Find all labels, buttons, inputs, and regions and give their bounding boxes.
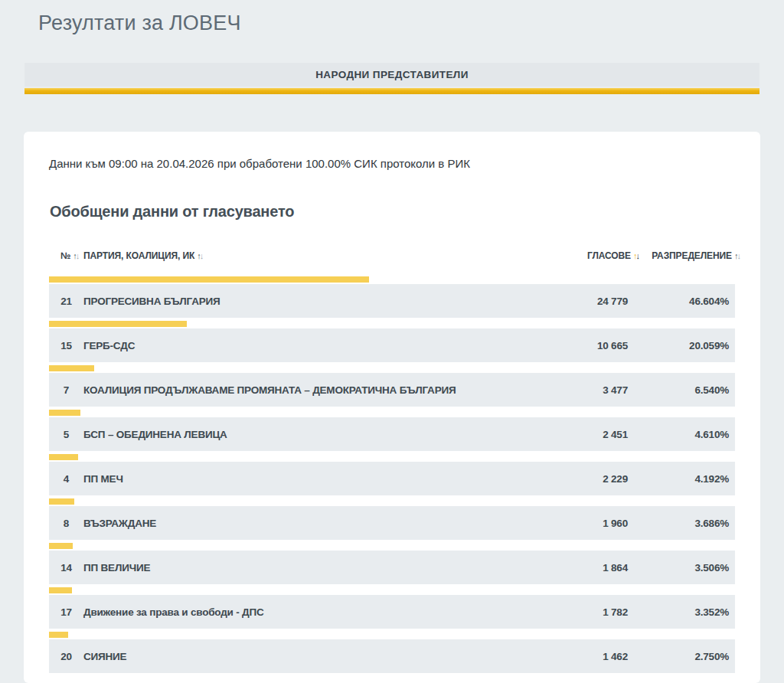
party-name: ПРОГРЕСИВНА БЪЛГАРИЯ bbox=[83, 296, 536, 307]
party-votes: 2 451 bbox=[536, 429, 628, 440]
sort-by-number[interactable]: №↑↓ bbox=[49, 250, 83, 261]
vote-share-bar-track bbox=[49, 365, 735, 371]
sort-by-party[interactable]: ПАРТИЯ, КОАЛИЦИЯ, ИК↑↓ bbox=[83, 250, 536, 261]
party-votes: 1 960 bbox=[536, 518, 628, 529]
table-row: 15 ГЕРБ-СДС 10 665 20.059% bbox=[49, 321, 735, 362]
party-result-row: 15 ГЕРБ-СДС 10 665 20.059% bbox=[49, 328, 735, 362]
party-percent: 20.059% bbox=[628, 340, 735, 351]
results-table: №↑↓ ПАРТИЯ, КОАЛИЦИЯ, ИК↑↓ ГЛАСОВЕ↑↓ РАЗ… bbox=[49, 250, 735, 673]
party-name: ГЕРБ-СДС bbox=[83, 340, 536, 351]
party-percent: 4.192% bbox=[628, 473, 735, 485]
table-row: 21 ПРОГРЕСИВНА БЪЛГАРИЯ 24 779 46.604% bbox=[49, 276, 735, 318]
party-votes: 1 864 bbox=[536, 562, 628, 574]
party-number: 14 bbox=[49, 562, 83, 574]
table-row: 8 ВЪЗРАЖДАНЕ 1 960 3.686% bbox=[49, 498, 735, 540]
arrow-down-icon: ↓ bbox=[76, 251, 79, 260]
vote-share-bar-track bbox=[49, 454, 735, 460]
vote-share-bar bbox=[49, 632, 68, 638]
table-row: 20 СИЯНИЕ 1 462 2.750% bbox=[49, 632, 735, 673]
column-label-party: ПАРТИЯ, КОАЛИЦИЯ, ИК bbox=[83, 250, 194, 261]
party-number: 17 bbox=[49, 606, 83, 618]
party-result-row: 21 ПРОГРЕСИВНА БЪЛГАРИЯ 24 779 46.604% bbox=[49, 284, 735, 318]
party-number: 4 bbox=[49, 473, 83, 485]
vote-share-bar-track bbox=[49, 498, 735, 505]
column-label-distribution: РАЗПРЕДЕЛЕНИЕ bbox=[652, 250, 732, 261]
party-name: Движение за права и свободи - ДПС bbox=[83, 606, 536, 618]
vote-share-bar-track bbox=[49, 410, 735, 416]
party-result-row: 4 ПП МЕЧ 2 229 4.192% bbox=[49, 462, 735, 495]
party-number: 20 bbox=[49, 651, 83, 662]
vote-share-bar bbox=[49, 276, 369, 283]
sort-icon: ↑↓ bbox=[73, 251, 78, 260]
party-votes: 1 782 bbox=[536, 606, 628, 618]
party-votes: 10 665 bbox=[536, 340, 628, 351]
party-name: ПП МЕЧ bbox=[83, 473, 536, 485]
party-number: 8 bbox=[49, 518, 83, 529]
vote-share-bar bbox=[49, 321, 187, 327]
vote-share-bar bbox=[49, 498, 74, 505]
sort-icon: ↑↓ bbox=[197, 251, 202, 260]
table-row: 4 ПП МЕЧ 2 229 4.192% bbox=[49, 454, 735, 495]
section-band: НАРОДНИ ПРЕДСТАВИТЕЛИ bbox=[24, 63, 760, 87]
party-percent: 4.610% bbox=[628, 429, 735, 440]
table-body: 21 ПРОГРЕСИВНА БЪЛГАРИЯ 24 779 46.604% 1… bbox=[49, 276, 735, 673]
party-percent: 3.506% bbox=[628, 562, 735, 574]
party-name: ВЪЗРАЖДАНЕ bbox=[83, 518, 536, 529]
party-percent: 46.604% bbox=[628, 296, 735, 307]
party-number: 5 bbox=[49, 429, 83, 440]
vote-share-bar bbox=[49, 410, 80, 416]
yellow-divider bbox=[24, 88, 760, 94]
party-name: КОАЛИЦИЯ ПРОДЪЛЖАВАМЕ ПРОМЯНАТА – ДЕМОКР… bbox=[83, 384, 536, 396]
party-result-row: 17 Движение за права и свободи - ДПС 1 7… bbox=[49, 595, 735, 629]
party-percent: 3.352% bbox=[628, 606, 735, 618]
column-label-number: № bbox=[60, 250, 70, 261]
party-percent: 2.750% bbox=[628, 651, 735, 662]
vote-share-bar-track bbox=[49, 543, 735, 549]
party-number: 15 bbox=[49, 340, 83, 351]
vote-share-bar bbox=[49, 587, 72, 593]
table-row: 5 БСП – ОБЕДИНЕНА ЛЕВИЦА 2 451 4.610% bbox=[49, 410, 735, 451]
sort-icon: ↑↓ bbox=[734, 251, 740, 260]
sort-by-distribution[interactable]: РАЗПРЕДЕЛЕНИЕ↑↓ bbox=[628, 250, 735, 261]
party-percent: 6.540% bbox=[628, 384, 735, 396]
party-name: СИЯНИЕ bbox=[83, 651, 536, 662]
arrow-down-icon: ↓ bbox=[737, 251, 740, 260]
vote-share-bar bbox=[49, 365, 94, 371]
vote-share-bar-track bbox=[49, 321, 735, 327]
party-name: ПП ВЕЛИЧИЕ bbox=[83, 562, 536, 574]
party-votes: 3 477 bbox=[536, 384, 628, 396]
table-header: №↑↓ ПАРТИЯ, КОАЛИЦИЯ, ИК↑↓ ГЛАСОВЕ↑↓ РАЗ… bbox=[49, 250, 735, 261]
vote-share-bar bbox=[49, 454, 78, 460]
party-votes: 24 779 bbox=[536, 296, 628, 307]
party-name: БСП – ОБЕДИНЕНА ЛЕВИЦА bbox=[83, 429, 536, 440]
party-result-row: 14 ПП ВЕЛИЧИЕ 1 864 3.506% bbox=[49, 551, 735, 584]
sort-by-votes[interactable]: ГЛАСОВЕ↑↓ bbox=[536, 250, 628, 261]
party-percent: 3.686% bbox=[628, 518, 735, 529]
vote-share-bar-track bbox=[49, 587, 735, 593]
party-number: 7 bbox=[49, 384, 83, 396]
party-result-row: 8 ВЪЗРАЖДАНЕ 1 960 3.686% bbox=[49, 506, 735, 540]
table-row: 7 КОАЛИЦИЯ ПРОДЪЛЖАВАМЕ ПРОМЯНАТА – ДЕМО… bbox=[49, 365, 735, 407]
vote-share-bar-track bbox=[49, 632, 735, 638]
party-result-row: 7 КОАЛИЦИЯ ПРОДЪЛЖАВАМЕ ПРОМЯНАТА – ДЕМО… bbox=[49, 373, 735, 407]
vote-share-bar-track bbox=[49, 276, 735, 283]
summary-title: Обобщени данни от гласуването bbox=[50, 203, 735, 221]
party-votes: 2 229 bbox=[536, 473, 628, 485]
status-line: Данни към 09:00 на 20.04.2026 при обрабо… bbox=[49, 157, 735, 171]
party-votes: 1 462 bbox=[536, 651, 628, 662]
column-label-votes: ГЛАСОВЕ bbox=[587, 250, 631, 261]
party-number: 21 bbox=[49, 296, 83, 307]
table-row: 17 Движение за права и свободи - ДПС 1 7… bbox=[49, 587, 735, 629]
arrow-down-icon: ↓ bbox=[200, 251, 203, 260]
party-result-row: 5 БСП – ОБЕДИНЕНА ЛЕВИЦА 2 451 4.610% bbox=[49, 417, 735, 451]
vote-share-bar bbox=[49, 543, 73, 549]
section-band-label: НАРОДНИ ПРЕДСТАВИТЕЛИ bbox=[315, 69, 469, 80]
page-title: Резултати за ЛОВЕЧ bbox=[0, 0, 784, 35]
party-result-row: 20 СИЯНИЕ 1 462 2.750% bbox=[49, 639, 735, 673]
table-row: 14 ПП ВЕЛИЧИЕ 1 864 3.506% bbox=[49, 543, 735, 584]
results-card: Данни към 09:00 на 20.04.2026 при обрабо… bbox=[24, 132, 760, 683]
